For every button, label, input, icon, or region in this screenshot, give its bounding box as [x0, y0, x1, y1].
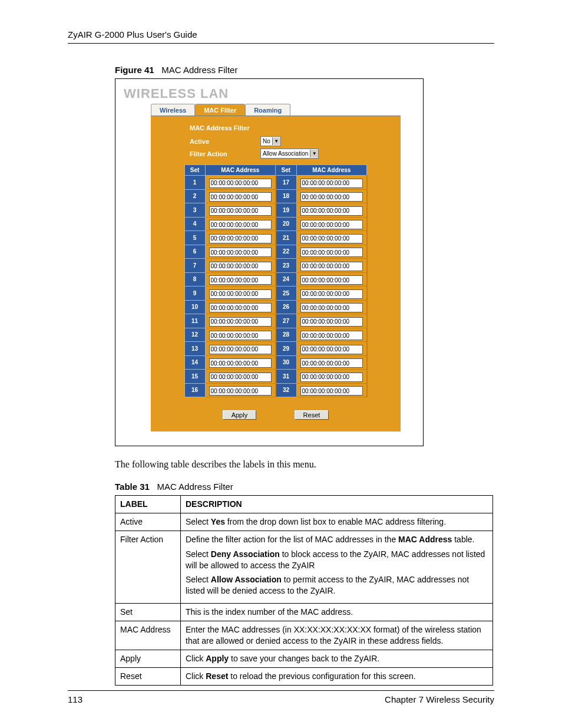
mac-cell [205, 286, 276, 301]
apply-button[interactable]: Apply [223, 410, 257, 420]
mac-address-input[interactable] [209, 345, 272, 354]
mac-address-input[interactable] [300, 192, 363, 202]
set-index: 30 [276, 355, 297, 370]
th-mac: MAC Address [205, 165, 276, 176]
set-index: 6 [184, 245, 205, 259]
set-index: 26 [276, 300, 297, 314]
th-mac: MAC Address [296, 165, 367, 176]
chapter-title: Chapter 7 Wireless Security [385, 694, 494, 704]
table-row: 1632 [184, 383, 367, 397]
table-row: 1228 [184, 328, 367, 342]
mac-address-input[interactable] [209, 386, 272, 396]
filter-action-select-value: Allow Association [263, 150, 308, 157]
mac-cell [205, 176, 276, 190]
screenshot: WIRELESS LAN Wireless MAC Filter Roaming… [115, 78, 424, 446]
mac-cell [296, 370, 367, 384]
mac-address-input[interactable] [209, 373, 272, 382]
mac-cell [205, 217, 276, 231]
mac-cell [205, 300, 276, 314]
table-label: Table 31 [115, 482, 150, 492]
set-index: 22 [276, 245, 297, 259]
active-select[interactable]: No ▼ [260, 136, 281, 146]
figure-caption: Figure 41 MAC Address Filter [115, 65, 494, 75]
running-header: ZyAIR G-2000 Plus User's Guide [68, 29, 494, 44]
set-index: 17 [276, 176, 297, 190]
chevron-down-icon: ▼ [310, 150, 318, 157]
mac-address-input[interactable] [209, 206, 272, 216]
th-description: DESCRIPTION [181, 496, 493, 513]
th-set: Set [184, 165, 205, 176]
filter-action-select[interactable]: Allow Association ▼ [260, 149, 319, 159]
mac-cell [296, 342, 367, 356]
figure-label: Figure 41 [115, 65, 154, 75]
mac-address-input[interactable] [209, 248, 272, 257]
mac-cell [205, 259, 276, 273]
set-index: 21 [276, 231, 297, 245]
mac-address-input[interactable] [300, 275, 363, 285]
mac-cell [296, 217, 367, 231]
set-index: 14 [184, 355, 205, 370]
set-index: 2 [184, 189, 205, 203]
set-index: 16 [184, 383, 205, 397]
table-row: 723 [184, 259, 367, 273]
mac-address-input[interactable] [300, 179, 363, 188]
row-desc: Click Reset to reload the previous confi… [181, 667, 493, 685]
mac-cell [296, 383, 367, 397]
set-index: 19 [276, 203, 297, 218]
mac-cell [296, 245, 367, 259]
active-select-value: No [263, 138, 270, 144]
mac-address-input[interactable] [209, 289, 272, 299]
set-index: 5 [184, 231, 205, 245]
mac-address-input[interactable] [209, 275, 272, 285]
mac-cell [296, 259, 367, 273]
row-label: Active [115, 513, 181, 531]
mac-address-input[interactable] [300, 220, 363, 229]
mac-address-input[interactable] [209, 331, 272, 340]
set-index: 13 [184, 342, 205, 356]
mac-address-input[interactable] [300, 331, 363, 340]
mac-address-input[interactable] [300, 262, 363, 271]
mac-address-input[interactable] [209, 192, 272, 202]
mac-address-input[interactable] [300, 248, 363, 257]
mac-address-input[interactable] [209, 262, 272, 271]
table-row: 1531 [184, 370, 367, 384]
mac-address-input[interactable] [209, 317, 272, 327]
mac-cell [296, 300, 367, 314]
set-index: 11 [184, 314, 205, 328]
row-label: Filter Action [115, 531, 181, 603]
chevron-down-icon: ▼ [272, 137, 280, 145]
mac-cell [205, 370, 276, 384]
mac-address-input[interactable] [209, 234, 272, 243]
tab-mac-filter[interactable]: MAC Filter [195, 104, 245, 116]
row-desc: This is the index number of the MAC addr… [181, 604, 493, 621]
active-label: Active [190, 138, 260, 145]
page-title: WIRELESS LAN [115, 86, 423, 101]
row-desc: Select Yes from the drop down list box t… [181, 513, 493, 531]
body-text: The following table describes the labels… [115, 459, 494, 470]
mac-address-input[interactable] [209, 179, 272, 188]
mac-address-input[interactable] [209, 303, 272, 312]
mac-address-input[interactable] [300, 345, 363, 354]
mac-address-input[interactable] [209, 358, 272, 368]
mac-address-input[interactable] [300, 234, 363, 243]
mac-address-input[interactable] [300, 289, 363, 299]
mac-address-input[interactable] [300, 303, 363, 312]
tab-bar: Wireless MAC Filter Roaming [151, 104, 401, 116]
tab-roaming[interactable]: Roaming [245, 104, 290, 116]
mac-cell [205, 355, 276, 370]
mac-address-input[interactable] [300, 317, 363, 327]
mac-cell [205, 314, 276, 328]
reset-button[interactable]: Reset [295, 410, 329, 420]
tab-wireless[interactable]: Wireless [151, 104, 195, 116]
mac-address-input[interactable] [209, 220, 272, 229]
mac-cell [296, 231, 367, 245]
mac-address-input[interactable] [300, 206, 363, 216]
mac-address-input[interactable] [300, 373, 363, 382]
footer: 113 Chapter 7 Wireless Security [68, 690, 494, 704]
set-index: 3 [184, 203, 205, 218]
mac-address-input[interactable] [300, 386, 363, 396]
mac-cell [296, 203, 367, 218]
row-desc: Click Apply to save your changes back to… [181, 650, 493, 667]
mac-address-input[interactable] [300, 358, 363, 368]
row-desc: Define the filter action for the list of… [181, 531, 493, 603]
